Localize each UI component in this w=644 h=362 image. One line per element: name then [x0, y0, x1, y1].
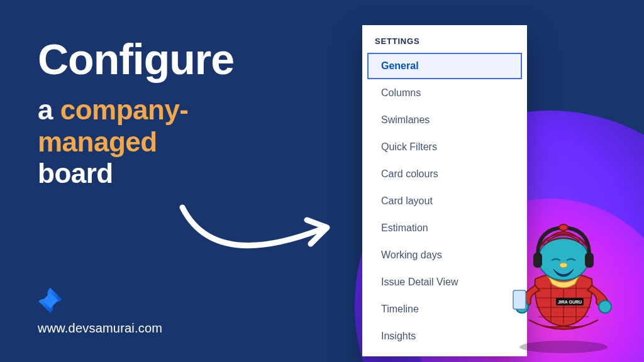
arrow-icon [176, 195, 340, 264]
settings-item-general[interactable]: General [367, 53, 522, 79]
settings-item-quick-filters[interactable]: Quick Filters [367, 134, 522, 160]
page-subtitle: a company- managed board [38, 94, 189, 190]
settings-item-swimlanes[interactable]: Swimlanes [367, 107, 522, 133]
mascot-illustration: JIRA GURU [494, 204, 633, 354]
svg-point-10 [599, 300, 611, 313]
subtitle-word-board: board [38, 158, 113, 189]
settings-item-card-colours[interactable]: Card colours [367, 161, 522, 187]
mascot-badge-text: JIRA GURU [558, 300, 582, 304]
svg-point-15 [559, 224, 568, 231]
svg-point-16 [560, 263, 567, 268]
page-root: Configure a company- managed board www.d… [0, 0, 644, 362]
jira-logo-icon [38, 288, 63, 313]
settings-item-columns[interactable]: Columns [367, 80, 522, 106]
svg-point-0 [519, 341, 608, 353]
subtitle-highlight-1: company- [60, 94, 189, 125]
svg-rect-14 [585, 253, 594, 268]
subtitle-word-a: a [38, 94, 60, 125]
svg-rect-11 [513, 290, 526, 309]
subtitle-highlight-2: managed [38, 126, 157, 157]
site-url: www.devsamurai.com [38, 321, 162, 336]
settings-panel-header: SETTINGS [362, 36, 527, 52]
svg-rect-13 [533, 253, 542, 268]
page-title: Configure [38, 38, 234, 80]
